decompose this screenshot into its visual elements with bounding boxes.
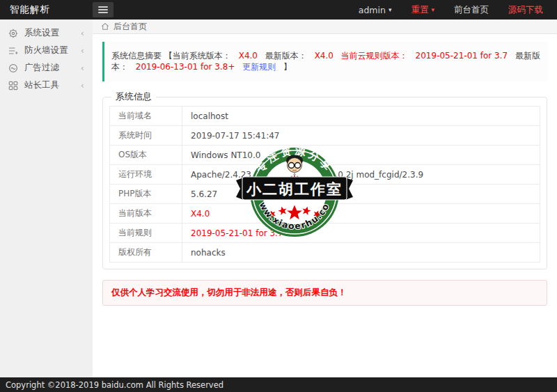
row-label: 当前规则 [110, 224, 182, 243]
app-brand: 智能解析 [0, 3, 91, 16]
row-label: 当前域名 [110, 107, 182, 126]
row-value: 2019-07-17 15:41:47 [182, 126, 540, 146]
sidebar-item-firewall-settings[interactable]: 防火墙设置 ‹ [0, 42, 93, 59]
gear-icon [8, 29, 18, 38]
top-navbar: 智能解析 admin ▾ 重置 ▾ 前台首页 源码下载 [0, 0, 557, 19]
notice-segment: 2019-05-21-01 for 3.7 [416, 51, 508, 61]
grid-tools-icon [8, 81, 18, 91]
reset-menu[interactable]: 重置 ▾ [411, 4, 434, 16]
system-summary-notice: 系统信息摘要 【当前系统版本： X4.0 最新版本： X4.0 当前云规则版本：… [102, 42, 547, 81]
sidebar-item-ad-filter[interactable]: 广告过滤 ‹ [0, 59, 93, 77]
legal-warning: 仅供个人学习交流使用，切勿用于非法用途，否则后果自负！ [102, 280, 547, 306]
firewall-rules-icon [8, 46, 18, 56]
xiaoerhu-studio-stamp: 专注资源分享 小二胡工作室 www.xiaoerhu.com [235, 146, 354, 242]
sidebar-item-label: 防火墙设置 [24, 45, 68, 56]
sidebar-item-webmaster-tools[interactable]: 站长工具 ‹ [0, 77, 93, 94]
chevron-down-icon: ▾ [431, 6, 434, 13]
chevron-left-icon: ‹ [81, 46, 84, 55]
notice-segment: 】 [283, 62, 292, 72]
footer-bar: Copyright ©2018-2019 baidu.com All Right… [0, 377, 557, 392]
table-row: 系统时间 2019-07-17 15:41:47 [110, 126, 540, 146]
sidebar-item-system-settings[interactable]: 系统设置 ‹ [0, 24, 93, 42]
notice-segment: 系统信息摘要 【当前系统版本： [111, 51, 231, 61]
sidebar-toggle-button[interactable] [93, 2, 113, 17]
top-menu: admin ▾ 重置 ▾ 前台首页 源码下载 [359, 4, 557, 16]
sidebar-item-label: 站长工具 [24, 79, 59, 91]
source-download-link[interactable]: 源码下载 [508, 4, 543, 16]
chevron-left-icon: ‹ [81, 63, 84, 72]
notice-segment: 最新版本： [265, 51, 307, 61]
chevron-left-icon: ‹ [81, 81, 84, 90]
sidebar-nav: 系统设置 ‹ 防火墙设置 ‹ 广告过滤 ‹ 站长工具 ‹ [0, 19, 93, 377]
notice-segment: 当前云规则版本： [341, 51, 408, 61]
sidebar-item-label: 广告过滤 [24, 62, 59, 74]
notice-segment: 更新规则 [242, 62, 276, 72]
table-row: 当前域名 localhost [110, 107, 540, 126]
chevron-down-icon: ▾ [389, 6, 392, 13]
row-label: 运行环境 [110, 165, 182, 185]
row-value: localhost [182, 107, 540, 126]
copyright-text: Copyright ©2018-2019 baidu.com All Right… [6, 380, 223, 390]
row-label: PHP版本 [110, 185, 182, 204]
breadcrumb: 后台首页 [93, 19, 557, 34]
notice-segment: 2019-06-13-01 for 3.8+ [136, 62, 235, 72]
sidebar-item-label: 系统设置 [24, 27, 59, 39]
breadcrumb-home-link[interactable]: 后台首页 [113, 21, 147, 33]
hamburger-icon [98, 6, 108, 8]
notice-segment: X4.0 [315, 51, 334, 61]
ad-filter-icon [8, 63, 18, 73]
notice-segment: X4.0 [239, 51, 258, 61]
table-row: 版权所有 nohacks [110, 243, 540, 262]
home-icon [101, 22, 109, 31]
row-label: 当前版本 [110, 204, 182, 224]
frontend-home-link[interactable]: 前台首页 [454, 4, 489, 16]
row-label: 版权所有 [110, 243, 182, 262]
stamp-banner: 小二胡工作室 [236, 177, 353, 200]
stamp-banner-text: 小二胡工作室 [246, 181, 343, 198]
user-menu[interactable]: admin ▾ [359, 5, 392, 15]
section-title: 系统信息 [111, 91, 156, 103]
row-value: nohacks [182, 243, 540, 262]
row-label: OS版本 [110, 146, 182, 165]
chevron-left-icon: ‹ [81, 29, 84, 38]
row-label: 系统时间 [110, 126, 182, 146]
